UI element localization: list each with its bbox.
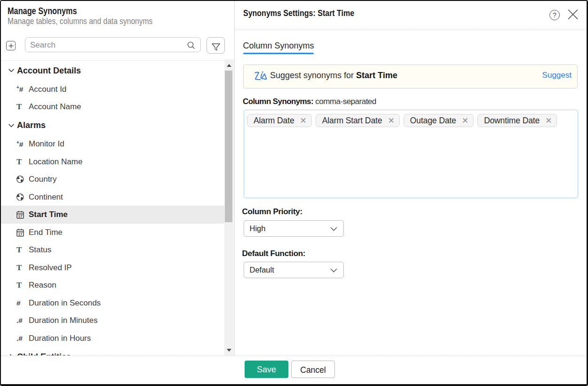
svg-text:17: 17	[18, 232, 23, 236]
svg-text:17: 17	[18, 214, 23, 218]
